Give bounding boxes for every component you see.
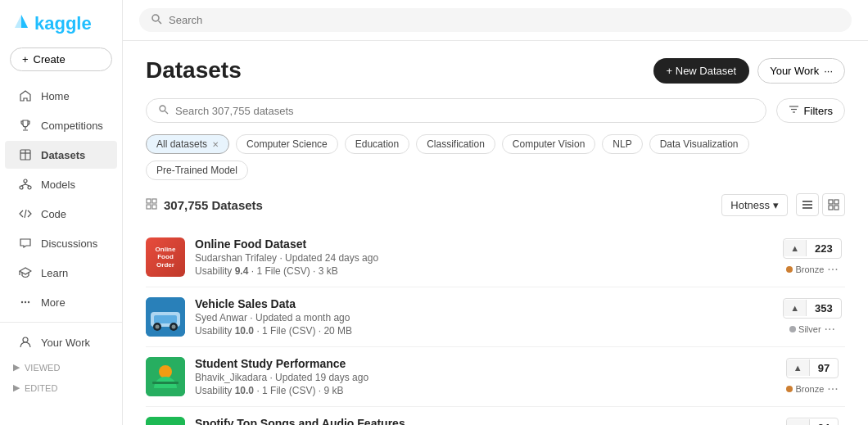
badge-label: Bronze xyxy=(795,264,824,274)
sidebar-item-competitions[interactable]: Competitions xyxy=(5,111,117,139)
badge-dot xyxy=(789,326,796,332)
more-options-button[interactable]: ··· xyxy=(825,322,835,337)
page-header: Datasets + New Dataset Your Work ··· xyxy=(146,57,845,84)
dataset-name: Spotify Top Songs and Audio Features xyxy=(195,417,770,425)
tag-classification[interactable]: Classification xyxy=(416,134,495,154)
trophy-icon xyxy=(18,118,33,133)
dataset-usability: Usability 10.0 · 1 File (CSV) · 9 kB xyxy=(195,385,770,396)
filters-button[interactable]: Filters xyxy=(776,98,845,123)
create-button[interactable]: + Create xyxy=(10,47,112,71)
more-options-button[interactable]: ··· xyxy=(827,382,838,396)
svg-point-7 xyxy=(21,301,23,303)
dataset-search-box[interactable] xyxy=(146,98,766,123)
dataset-item-student-study[interactable]: Student Study Performance Bhavik_Jikadar… xyxy=(146,347,845,407)
tag-label: Pre-Trained Model xyxy=(156,165,237,176)
search-box[interactable] xyxy=(139,8,852,32)
sidebar-item-more[interactable]: More xyxy=(5,288,117,316)
nav-divider xyxy=(0,322,122,323)
dataset-thumbnail xyxy=(146,357,185,396)
dataset-thumbnail xyxy=(146,297,185,337)
chat-icon xyxy=(18,236,33,251)
tag-label: Computer Vision xyxy=(513,138,585,150)
dataset-item-vehicle-sales[interactable]: Vehicle Sales Data Syed Anwar · Updated … xyxy=(146,287,845,347)
search-input[interactable] xyxy=(169,14,840,26)
tier-badge: Bronze xyxy=(786,384,824,394)
svg-point-37 xyxy=(159,365,172,378)
svg-point-35 xyxy=(172,325,176,329)
badge-label: Bronze xyxy=(795,384,824,394)
svg-rect-21 xyxy=(152,205,156,209)
filter-icon xyxy=(789,104,799,117)
new-dataset-label: + New Dataset xyxy=(667,65,737,77)
vote-up-button[interactable]: ▲ xyxy=(787,419,810,425)
sort-dropdown[interactable]: Hotness ▾ xyxy=(721,194,788,216)
vote-count: 97 xyxy=(810,359,838,378)
sort-arrow-icon: ▾ xyxy=(773,199,779,211)
vote-up-button[interactable]: ▲ xyxy=(784,240,807,256)
your-work-icon xyxy=(18,335,33,350)
svg-rect-19 xyxy=(152,199,156,203)
dataset-name: Vehicle Sales Data xyxy=(195,297,770,310)
vote-up-button[interactable]: ▲ xyxy=(784,300,807,316)
viewed-section[interactable]: ▶ VIEWED xyxy=(0,357,122,378)
list-view-button[interactable] xyxy=(796,193,819,216)
tags-row: All datasets✕Computer ScienceEducationCl… xyxy=(146,134,845,180)
grid-view-button[interactable] xyxy=(822,193,845,216)
dataset-search-input[interactable] xyxy=(175,105,754,117)
vote-up-button[interactable]: ▲ xyxy=(787,359,810,376)
sidebar-item-more-label: More xyxy=(41,296,66,309)
new-dataset-button[interactable]: + New Dataset xyxy=(653,58,750,84)
tag-close-icon[interactable]: ✕ xyxy=(212,140,219,149)
sidebar-item-home-label: Home xyxy=(41,90,70,102)
sidebar-item-learn[interactable]: Learn xyxy=(5,259,117,287)
your-work-button[interactable]: Your Work ··· xyxy=(757,58,845,84)
sidebar-item-discussions[interactable]: Discussions xyxy=(5,229,117,257)
svg-point-5 xyxy=(28,186,31,189)
tag-label: Education xyxy=(355,138,399,150)
page-title: Datasets xyxy=(146,57,242,84)
chevron-right-icon: ▶ xyxy=(13,362,20,373)
dataset-thumbnail xyxy=(146,417,185,425)
main-content: Datasets + New Dataset Your Work ··· xyxy=(123,0,868,425)
tag-nlp[interactable]: NLP xyxy=(602,134,642,154)
search-datasets-icon xyxy=(158,104,169,117)
svg-point-8 xyxy=(25,301,26,303)
svg-point-10 xyxy=(23,337,28,342)
logo: kaggle xyxy=(0,7,122,47)
model-icon xyxy=(18,177,33,192)
tag-data-visualization[interactable]: Data Visualization xyxy=(649,134,749,154)
tag-label: Classification xyxy=(427,138,485,150)
svg-rect-31 xyxy=(154,315,177,323)
sidebar-your-work[interactable]: Your Work xyxy=(5,328,117,356)
svg-point-34 xyxy=(156,325,160,329)
sidebar-item-code-label: Code xyxy=(41,208,66,220)
viewed-label: VIEWED xyxy=(25,363,60,373)
sidebar-item-models-label: Models xyxy=(41,179,75,191)
results-count-text: 307,755 Datasets xyxy=(164,198,263,212)
more-options-button[interactable]: ··· xyxy=(827,262,838,277)
tag-computer-vision[interactable]: Computer Vision xyxy=(502,134,596,154)
header-actions: + New Dataset Your Work ··· xyxy=(653,58,845,84)
svg-rect-38 xyxy=(152,382,179,384)
grid-table-icon xyxy=(146,198,157,212)
sidebar-item-code[interactable]: Code xyxy=(5,200,117,228)
svg-rect-26 xyxy=(834,200,839,204)
tag-computer-science[interactable]: Computer Science xyxy=(236,134,338,154)
dataset-item-online-food[interactable]: OnlineFoodOrder Online Food Dataset Suda… xyxy=(146,228,845,287)
vote-box: ▲ 223 xyxy=(783,238,842,259)
tag-pre-trained-model[interactable]: Pre-Trained Model xyxy=(146,161,248,180)
vote-count: 353 xyxy=(807,299,841,318)
tag-label: Data Visualization xyxy=(660,138,739,150)
svg-point-3 xyxy=(24,179,27,183)
svg-point-11 xyxy=(152,15,159,21)
svg-rect-27 xyxy=(829,206,833,210)
dataset-score: ▲ 353 Silver ··· xyxy=(780,298,845,337)
sidebar-item-home[interactable]: Home xyxy=(5,82,117,110)
dataset-item-spotify-songs[interactable]: Spotify Top Songs and Audio Features Jul… xyxy=(146,407,845,425)
tag-all-datasets[interactable]: All datasets✕ xyxy=(146,134,229,154)
tag-education[interactable]: Education xyxy=(345,134,409,154)
sidebar-item-datasets[interactable]: Datasets xyxy=(5,141,117,169)
edited-section[interactable]: ▶ EDITED xyxy=(0,378,122,398)
dataset-info: Vehicle Sales Data Syed Anwar · Updated … xyxy=(195,297,770,337)
sidebar-item-models[interactable]: Models xyxy=(5,170,117,198)
